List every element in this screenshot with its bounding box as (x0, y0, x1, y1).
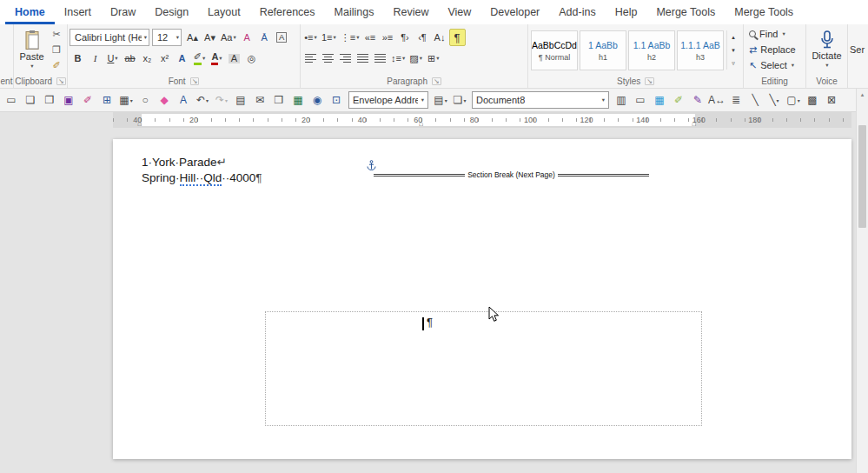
envelope-address-frame[interactable]: ¶ (265, 311, 702, 426)
align-right-button[interactable] (337, 50, 354, 67)
insert-table-icon[interactable]: ▦▾ (116, 91, 136, 110)
dictate-button[interactable]: Dictate ▾ (808, 24, 845, 75)
styles-up-button[interactable]: ▴ (727, 30, 739, 43)
tab-developer[interactable]: Developer (480, 0, 549, 24)
page-margins-icon[interactable]: ▤ (231, 91, 250, 110)
line-icon[interactable]: ╲ (745, 91, 765, 110)
tab-references[interactable]: References (250, 0, 325, 24)
strikethrough-button[interactable]: ab (122, 50, 138, 67)
style-h3[interactable]: 1.1.1 AaB h3 (677, 30, 724, 70)
enclose-characters-button[interactable]: ◎ (243, 50, 260, 67)
fit-text-icon[interactable]: A↔ (707, 91, 726, 110)
document-selector-combo[interactable]: Document8 ▾ (472, 91, 609, 109)
increase-indent-button[interactable]: »≡ (380, 29, 396, 46)
tab-merge-tools-2[interactable]: Merge Tools (725, 0, 803, 24)
insert-page-icon[interactable]: ❏▾ (450, 91, 469, 110)
select-button[interactable]: ↖ Select ▾ (749, 58, 804, 72)
grow-font-button[interactable]: A▴ (184, 29, 201, 46)
sort-button[interactable]: A↓ (432, 29, 448, 46)
grid-icon[interactable]: ▦ (650, 91, 669, 110)
org-chart-icon[interactable]: ⊞ (97, 91, 116, 110)
tab-layout[interactable]: Layout (198, 0, 250, 24)
font-name-combo[interactable]: Calibri Light (Heac ▾ (70, 29, 149, 46)
dialog-launcher-icon[interactable]: ↘ (56, 77, 66, 85)
cancel-icon[interactable]: ⊠ (822, 91, 841, 110)
two-pages-icon[interactable]: ▥ (612, 91, 631, 110)
envelope-feed-icon[interactable]: ▤▾ (431, 91, 450, 110)
hanging-indent-marker[interactable]: ⌂ (419, 120, 423, 128)
draw-line-icon[interactable]: ╲▾ (765, 91, 784, 110)
font-effects-icon[interactable]: A (174, 91, 193, 110)
scrollbar-thumb[interactable] (858, 125, 866, 228)
document-page[interactable]: 1·York·Parade↵ Spring·Hill··Qld··4000¶ S… (113, 139, 851, 459)
decrease-indent-button[interactable]: «≡ (362, 29, 379, 46)
clear-formatting-button[interactable]: A (239, 29, 255, 46)
list-icon[interactable]: ≣ (726, 91, 745, 110)
pen-icon[interactable]: ✎ (688, 91, 707, 110)
style-h2[interactable]: 1.1 AaBb h2 (628, 30, 675, 70)
find-button[interactable]: Find ▾ (749, 27, 804, 41)
left-indent-marker[interactable]: ⌂ (137, 120, 142, 128)
style-normal[interactable]: AaBbCcDd ¶ Normal (531, 30, 578, 70)
line-spacing-button[interactable]: ↕≡▾ (389, 50, 407, 67)
left-to-right-button[interactable]: ¶› (397, 29, 414, 46)
envelope-icon[interactable]: ✉ (250, 91, 269, 110)
zoom-icon[interactable]: ○ (136, 91, 155, 110)
distribute-button[interactable] (372, 50, 388, 67)
vertical-scrollbar[interactable]: ▴ (856, 89, 868, 473)
phonetic-guide-button[interactable]: Ā (256, 29, 273, 46)
dialog-launcher-icon[interactable]: ↘ (645, 77, 654, 85)
show-formatting-marks-button[interactable]: ¶ (449, 29, 466, 46)
format-brush-icon[interactable]: ✐ (78, 91, 97, 110)
bold-button[interactable]: B (70, 50, 86, 67)
borders-button[interactable]: ⊞▾ (425, 50, 441, 67)
styles-gallery-button[interactable]: ▿ (727, 57, 739, 70)
redo-icon[interactable]: ↷▾ (212, 91, 231, 110)
styles-down-button[interactable]: ▾ (727, 43, 739, 57)
underline-button[interactable]: U▾ (104, 50, 121, 67)
highlighter-icon[interactable]: ✐ (669, 91, 688, 110)
subscript-button[interactable]: x₂ (139, 50, 156, 67)
shrink-font-button[interactable]: A▾ (202, 29, 218, 46)
multilevel-list-button[interactable]: ⋮≡▾ (339, 29, 361, 46)
numbering-button[interactable]: 1≡▾ (320, 29, 338, 46)
align-center-button[interactable] (320, 50, 336, 67)
right-to-left-button[interactable]: ‹¶ (414, 29, 431, 46)
text-box-icon[interactable]: ▢▾ (784, 91, 803, 110)
tab-add-ins[interactable]: Add-ins (549, 0, 605, 24)
font-color-button[interactable]: A▾ (209, 50, 225, 67)
new-document-icon[interactable]: ❏ (21, 91, 40, 110)
record-icon[interactable]: ◉ (308, 91, 327, 110)
character-border-button[interactable]: A (274, 29, 290, 46)
format-painter-button[interactable]: ✐ (48, 58, 65, 73)
font-size-combo[interactable]: 12 ▾ (152, 29, 182, 46)
eraser-icon[interactable]: ◆ (155, 91, 174, 110)
copy-button[interactable]: ❐ (48, 43, 65, 57)
tab-view[interactable]: View (438, 0, 480, 24)
table-green-icon[interactable]: ▦ (288, 91, 308, 110)
dialog-launcher-icon[interactable]: ↘ (432, 77, 441, 85)
undo-icon[interactable]: ↶▾ (193, 91, 212, 110)
dialog-launcher-icon[interactable]: ↘ (190, 77, 200, 85)
superscript-button[interactable]: x² (156, 50, 173, 67)
cut-button[interactable]: ✂ (48, 27, 65, 42)
tab-design[interactable]: Design (145, 0, 198, 24)
scroll-up-arrow-icon[interactable]: ▴ (857, 89, 868, 101)
replace-button[interactable]: ⇄ Replace (749, 43, 804, 57)
right-indent-marker[interactable]: ⌂ (692, 120, 696, 128)
horizontal-ruler[interactable]: 402020406080100120140160180 ⌂ ⌂ ⌂ (113, 112, 851, 128)
tab-review[interactable]: Review (383, 0, 438, 24)
pages-icon[interactable]: ❒ (269, 91, 288, 110)
barcode-icon[interactable]: ▩ (803, 91, 822, 110)
field-shading-icon[interactable]: ⊡ (327, 91, 346, 110)
align-left-button[interactable] (302, 50, 319, 67)
sensitivity-button[interactable]: Ser (850, 44, 865, 55)
page-width-icon[interactable]: ▭ (631, 91, 650, 110)
copy-page-icon[interactable]: ❐ (40, 91, 59, 110)
tab-mailings[interactable]: Mailings (325, 0, 384, 24)
italic-button[interactable]: I (87, 50, 103, 67)
bullets-button[interactable]: •≡▾ (302, 29, 319, 46)
text-effects-button[interactable]: A (174, 50, 190, 67)
tab-draw[interactable]: Draw (101, 0, 145, 24)
change-case-button[interactable]: Aa▾ (219, 29, 238, 46)
